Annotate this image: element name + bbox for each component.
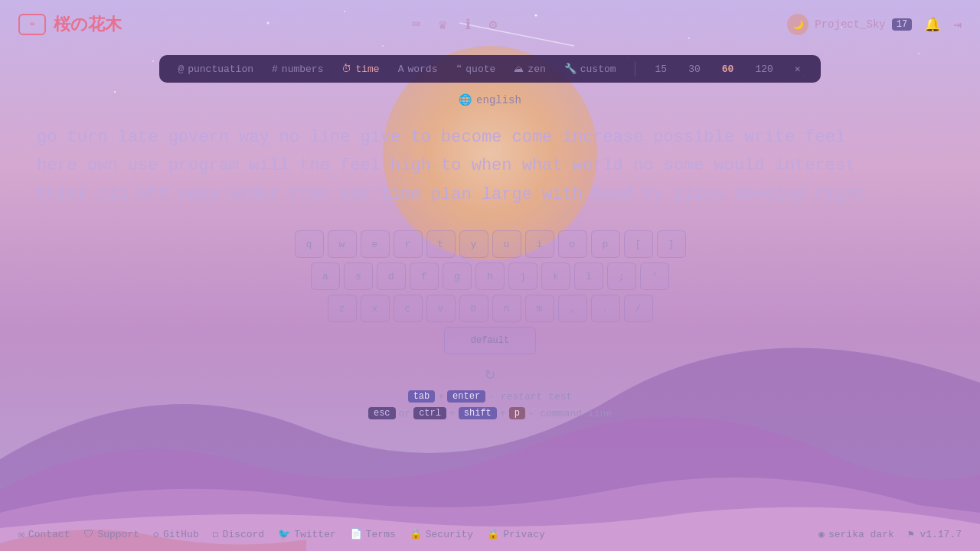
key-z[interactable]: z xyxy=(328,295,357,322)
time-120[interactable]: 120 xyxy=(750,62,777,77)
settings-icon[interactable]: ⚙ xyxy=(489,16,498,33)
logo[interactable]: ⌨ 桜の花木 xyxy=(18,13,122,36)
theme-icon: ◉ xyxy=(818,528,825,540)
keyboard-icon[interactable]: ⌨ xyxy=(412,16,420,33)
github-icon: ◇ xyxy=(153,528,159,540)
footer-discord[interactable]: ◻ Discord xyxy=(213,528,264,540)
avatar: 🌙 xyxy=(787,14,808,35)
at-icon: @ xyxy=(178,64,184,75)
zen-icon: ⛰ xyxy=(514,64,524,75)
typing-area: go turn late govern way no line give to … xyxy=(0,111,980,221)
words-icon: A xyxy=(398,64,404,75)
logo-text: 桜の花木 xyxy=(54,13,122,36)
key-semicolon[interactable]: ; xyxy=(607,262,636,290)
logout-icon[interactable]: ⇥ xyxy=(953,16,962,33)
nav-bar: ⌨ ♛ ℹ ⚙ xyxy=(412,16,498,33)
key-n[interactable]: n xyxy=(492,295,521,322)
ctrl-key: ctrl xyxy=(413,407,446,419)
language-selector[interactable]: 🌐 english xyxy=(0,93,980,106)
notification-icon[interactable]: 🔔 xyxy=(924,16,941,33)
support-icon: 🛡 xyxy=(83,529,93,540)
close-custom[interactable]: ✕ xyxy=(790,61,805,77)
theme-indicator[interactable]: ◉ serika dark xyxy=(818,528,894,540)
key-o[interactable]: o xyxy=(558,230,587,258)
key-g[interactable]: g xyxy=(443,262,472,290)
toolbar: @ punctuation # numbers ⏱ time A words ❝… xyxy=(159,55,820,83)
footer-terms[interactable]: 📄 Terms xyxy=(350,528,396,540)
footer-links: ✉ Contact 🛡 Support ◇ GitHub ◻ Discord 🐦… xyxy=(18,528,545,540)
user-badge[interactable]: 🌙 Project_Sky 17 xyxy=(787,14,912,35)
key-c[interactable]: c xyxy=(394,295,423,322)
key-v[interactable]: v xyxy=(426,295,456,322)
key-period[interactable]: . xyxy=(591,295,620,322)
user-area: 🌙 Project_Sky 17 🔔 ⇥ xyxy=(787,14,962,35)
footer-contact[interactable]: ✉ Contact xyxy=(18,528,70,540)
key-t[interactable]: t xyxy=(426,230,456,258)
terms-icon: 📄 xyxy=(350,528,362,540)
language-label: english xyxy=(476,94,521,106)
toolbar-time[interactable]: ⏱ time xyxy=(338,62,382,77)
security-icon: 🔒 xyxy=(410,528,422,540)
key-slash[interactable]: / xyxy=(624,295,653,322)
version-indicator: ⚑ v1.17.7 xyxy=(908,528,962,540)
footer-privacy[interactable]: 🔒 Privacy xyxy=(487,528,545,540)
version-icon: ⚑ xyxy=(908,529,914,540)
key-d[interactable]: d xyxy=(377,262,406,290)
shortcuts: tab + enter - restart test esc or ctrl +… xyxy=(0,390,980,419)
footer-twitter[interactable]: 🐦 Twitter xyxy=(278,528,336,540)
time-60[interactable]: 60 xyxy=(717,62,739,77)
footer-security[interactable]: 🔒 Security xyxy=(410,528,473,540)
key-row-2: a s d f g h j k l ; ' xyxy=(311,262,669,290)
level-badge: 17 xyxy=(892,18,912,31)
key-m[interactable]: m xyxy=(525,295,554,322)
twitter-icon: 🐦 xyxy=(278,528,290,540)
key-row-space: default xyxy=(444,327,536,354)
key-h[interactable]: h xyxy=(475,262,505,290)
key-f[interactable]: f xyxy=(410,262,439,290)
key-quote[interactable]: ' xyxy=(640,262,669,290)
typing-line-3: think old off keep under than ask time p… xyxy=(37,181,943,209)
key-lbracket[interactable]: [ xyxy=(624,230,653,258)
key-r[interactable]: r xyxy=(394,230,423,258)
key-space[interactable]: default xyxy=(444,327,536,354)
toolbar-punctuation[interactable]: @ punctuation xyxy=(175,62,256,77)
shortcut-restart: tab + enter - restart test xyxy=(408,390,573,403)
key-b[interactable]: b xyxy=(459,295,488,322)
key-a[interactable]: a xyxy=(311,262,340,290)
key-q[interactable]: q xyxy=(295,230,324,258)
key-u[interactable]: u xyxy=(492,230,521,258)
toolbar-quote[interactable]: ❝ quote xyxy=(452,61,498,77)
footer: ✉ Contact 🛡 Support ◇ GitHub ◻ Discord 🐦… xyxy=(0,517,980,551)
globe-icon: 🌐 xyxy=(459,93,472,106)
plus-2: + xyxy=(449,408,456,419)
esc-key: esc xyxy=(368,407,396,419)
reload-icon[interactable]: ↻ xyxy=(485,364,495,384)
time-30[interactable]: 30 xyxy=(684,62,705,77)
footer-support[interactable]: 🛡 Support xyxy=(83,528,139,540)
toolbar-numbers[interactable]: # numbers xyxy=(269,62,326,77)
key-rbracket[interactable]: ] xyxy=(657,230,686,258)
toolbar-words[interactable]: A words xyxy=(395,62,441,77)
footer-github[interactable]: ◇ GitHub xyxy=(153,528,199,540)
mail-icon: ✉ xyxy=(18,528,24,540)
key-i[interactable]: i xyxy=(525,230,554,258)
key-s[interactable]: s xyxy=(344,262,373,290)
key-x[interactable]: x xyxy=(361,295,390,322)
key-j[interactable]: j xyxy=(508,262,537,290)
key-w[interactable]: w xyxy=(328,230,357,258)
key-y[interactable]: y xyxy=(459,230,488,258)
typing-text: go turn late govern way no line give to … xyxy=(37,123,943,209)
toolbar-custom[interactable]: 🔧 custom xyxy=(561,61,619,77)
key-k[interactable]: k xyxy=(541,262,570,290)
key-p[interactable]: p xyxy=(591,230,620,258)
toolbar-zen[interactable]: ⛰ zen xyxy=(511,62,548,77)
restart-desc: - restart test xyxy=(488,391,572,403)
time-15[interactable]: 15 xyxy=(651,62,672,77)
privacy-icon: 🔒 xyxy=(487,528,499,540)
key-e[interactable]: e xyxy=(361,230,390,258)
key-l[interactable]: l xyxy=(574,262,603,290)
header: ⌨ 桜の花木 ⌨ ♛ ℹ ⚙ 🌙 Project_Sky 17 🔔 ⇥ xyxy=(0,0,980,49)
crown-icon[interactable]: ♛ xyxy=(439,16,447,33)
key-comma[interactable]: , xyxy=(558,295,587,322)
info-icon[interactable]: ℹ xyxy=(466,16,471,33)
